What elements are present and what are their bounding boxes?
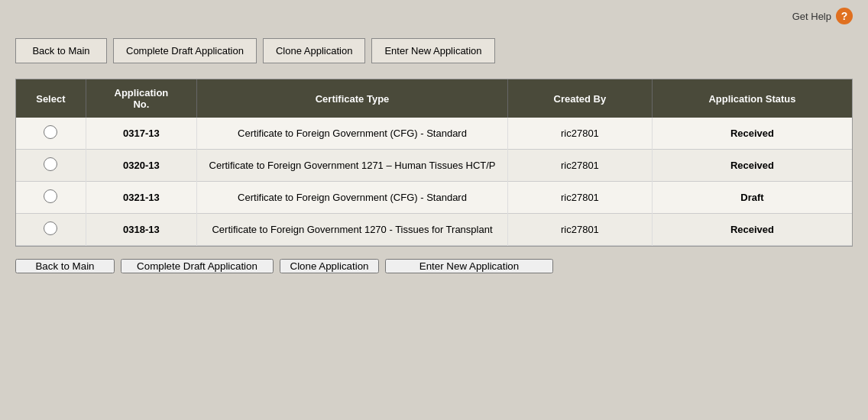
help-icon: ?: [836, 8, 853, 24]
back-to-main-button-top[interactable]: Back to Main: [15, 38, 107, 63]
col-header-cert-type: Certificate Type: [197, 79, 508, 118]
cell-app-no-3: 0318-13: [86, 214, 196, 246]
bottom-toolbar: Back to Main Complete Draft Application …: [15, 259, 853, 273]
clone-application-button-top[interactable]: Clone Application: [263, 38, 365, 63]
cell-cert-type-0: Certificate to Foreign Government (CFG) …: [197, 118, 508, 150]
page-wrapper: Get Help ? Back to Main Complete Draft A…: [0, 0, 868, 420]
cell-created-by-1: ric27801: [507, 150, 652, 182]
complete-draft-button-top[interactable]: Complete Draft Application: [113, 38, 257, 63]
row-radio-0[interactable]: [44, 125, 57, 139]
cell-status-0: Received: [652, 118, 852, 150]
cell-app-no-1: 0320-13: [86, 150, 196, 182]
table-row: 0318-13Certificate to Foreign Government…: [16, 214, 852, 246]
enter-new-application-button-bottom[interactable]: Enter New Application: [385, 259, 553, 273]
col-header-created-by: Created By: [507, 79, 652, 118]
table-header-row: Select ApplicationNo. Certificate Type C…: [16, 79, 852, 118]
table-row: 0321-13Certificate to Foreign Government…: [16, 182, 852, 214]
cell-status-2: Draft: [652, 182, 852, 214]
cell-cert-type-2: Certificate to Foreign Government (CFG) …: [197, 182, 508, 214]
get-help-button[interactable]: Get Help ?: [792, 8, 853, 24]
cell-app-no-0: 0317-13: [86, 118, 196, 150]
applications-table-container: Select ApplicationNo. Certificate Type C…: [15, 79, 853, 247]
col-header-status: Application Status: [652, 79, 852, 118]
cell-created-by-0: ric27801: [507, 118, 652, 150]
applications-table: Select ApplicationNo. Certificate Type C…: [16, 79, 852, 246]
clone-application-button-bottom[interactable]: Clone Application: [280, 259, 379, 273]
cell-app-no-2: 0321-13: [86, 182, 196, 214]
cell-cert-type-1: Certificate to Foreign Government 1271 –…: [197, 150, 508, 182]
cell-created-by-2: ric27801: [507, 182, 652, 214]
get-help-label: Get Help: [792, 11, 831, 22]
cell-status-3: Received: [652, 214, 852, 246]
row-radio-3[interactable]: [44, 221, 57, 235]
enter-new-application-button-top[interactable]: Enter New Application: [371, 38, 494, 63]
row-radio-1[interactable]: [44, 157, 57, 171]
table-row: 0320-13Certificate to Foreign Government…: [16, 150, 852, 182]
col-header-select: Select: [16, 79, 86, 118]
complete-draft-button-bottom[interactable]: Complete Draft Application: [121, 259, 274, 273]
row-radio-2[interactable]: [44, 189, 57, 203]
table-row: 0317-13Certificate to Foreign Government…: [16, 118, 852, 150]
cell-created-by-3: ric27801: [507, 214, 652, 246]
col-header-app-no: ApplicationNo.: [86, 79, 196, 118]
top-toolbar: Back to Main Complete Draft Application …: [15, 38, 853, 63]
cell-status-1: Received: [652, 150, 852, 182]
cell-cert-type-3: Certificate to Foreign Government 1270 -…: [197, 214, 508, 246]
back-to-main-button-bottom[interactable]: Back to Main: [15, 259, 115, 273]
